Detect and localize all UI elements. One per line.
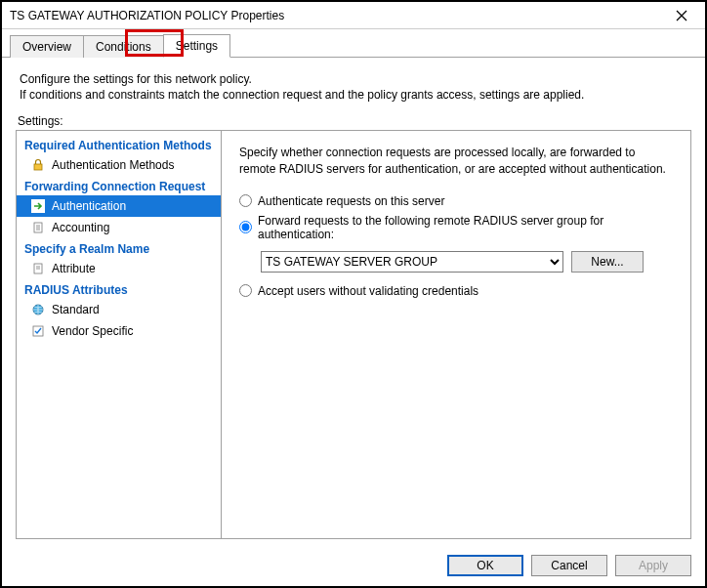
dialog-footer: OK Cancel Apply xyxy=(2,545,705,586)
radio-label: Forward requests to the following remote… xyxy=(258,214,673,241)
content-pane: Specify whether connection requests are … xyxy=(222,131,690,538)
tab-body: Configure the settings for this network … xyxy=(2,58,705,545)
split-pane: Required Authentication Methods Authenti… xyxy=(16,130,691,539)
close-button[interactable] xyxy=(662,4,701,27)
settings-sidebar: Required Authentication Methods Authenti… xyxy=(17,131,222,538)
sidebar-group-auth-methods: Required Authentication Methods xyxy=(17,135,221,154)
radio-label: Authenticate requests on this server xyxy=(258,194,444,208)
tabstrip: Overview Conditions Settings xyxy=(2,29,705,58)
intro-line: If conditions and constraints match the … xyxy=(20,87,691,103)
sidebar-item-label: Authentication xyxy=(52,199,126,213)
intro-line: Configure the settings for this network … xyxy=(20,71,691,87)
globe-icon xyxy=(30,302,46,317)
tab-overview[interactable]: Overview xyxy=(10,35,84,58)
sidebar-item-label: Authentication Methods xyxy=(52,158,174,172)
dialog-window: TS GATEWAY AUTHORIZATION POLICY Properti… xyxy=(0,0,707,588)
svg-rect-2 xyxy=(34,164,42,170)
intro-text: Configure the settings for this network … xyxy=(20,71,691,103)
radio-authenticate-local-input[interactable] xyxy=(239,194,252,207)
sidebar-item-authentication[interactable]: Authentication xyxy=(17,195,221,217)
tab-conditions[interactable]: Conditions xyxy=(83,35,164,58)
document-icon xyxy=(30,261,46,276)
server-group-row: TS GATEWAY SERVER GROUP New... xyxy=(261,251,673,273)
sidebar-item-label: Accounting xyxy=(52,221,109,234)
checkbox-icon xyxy=(30,323,46,339)
ok-button[interactable]: OK xyxy=(447,555,523,576)
close-icon xyxy=(676,10,687,21)
content-intro: Specify whether connection requests are … xyxy=(239,145,673,176)
lock-icon xyxy=(30,157,46,173)
titlebar: TS GATEWAY AUTHORIZATION POLICY Properti… xyxy=(2,2,705,29)
sidebar-item-attribute[interactable]: Attribute xyxy=(17,258,221,279)
sidebar-item-label: Vendor Specific xyxy=(52,324,133,338)
settings-label: Settings: xyxy=(18,114,691,128)
radio-accept-without-validation[interactable]: Accept users without validating credenti… xyxy=(239,284,673,298)
sidebar-item-label: Attribute xyxy=(52,262,96,275)
radio-forward-remote[interactable]: Forward requests to the following remote… xyxy=(239,214,673,241)
arrow-right-icon xyxy=(30,198,46,214)
tab-settings[interactable]: Settings xyxy=(163,34,230,58)
sidebar-item-label: Standard xyxy=(52,303,100,316)
sidebar-item-accounting[interactable]: Accounting xyxy=(17,217,221,238)
radio-accept-without-validation-input[interactable] xyxy=(239,284,252,297)
sidebar-group-radius: RADIUS Attributes xyxy=(17,279,221,299)
sidebar-item-standard[interactable]: Standard xyxy=(17,299,221,320)
radio-authenticate-local[interactable]: Authenticate requests on this server xyxy=(239,194,673,208)
window-title: TS GATEWAY AUTHORIZATION POLICY Properti… xyxy=(10,9,284,22)
cancel-button[interactable]: Cancel xyxy=(531,555,607,576)
server-group-select[interactable]: TS GATEWAY SERVER GROUP xyxy=(261,251,563,273)
sidebar-group-realm: Specify a Realm Name xyxy=(17,238,221,258)
radio-forward-remote-input[interactable] xyxy=(239,221,252,233)
sidebar-group-forwarding: Forwarding Connection Request xyxy=(17,176,221,195)
apply-button[interactable]: Apply xyxy=(615,555,691,576)
document-icon xyxy=(30,220,46,235)
radio-label: Accept users without validating credenti… xyxy=(258,284,478,298)
sidebar-item-auth-methods[interactable]: Authentication Methods xyxy=(17,154,221,176)
new-button[interactable]: New... xyxy=(571,251,644,273)
sidebar-item-vendor-specific[interactable]: Vendor Specific xyxy=(17,320,221,342)
